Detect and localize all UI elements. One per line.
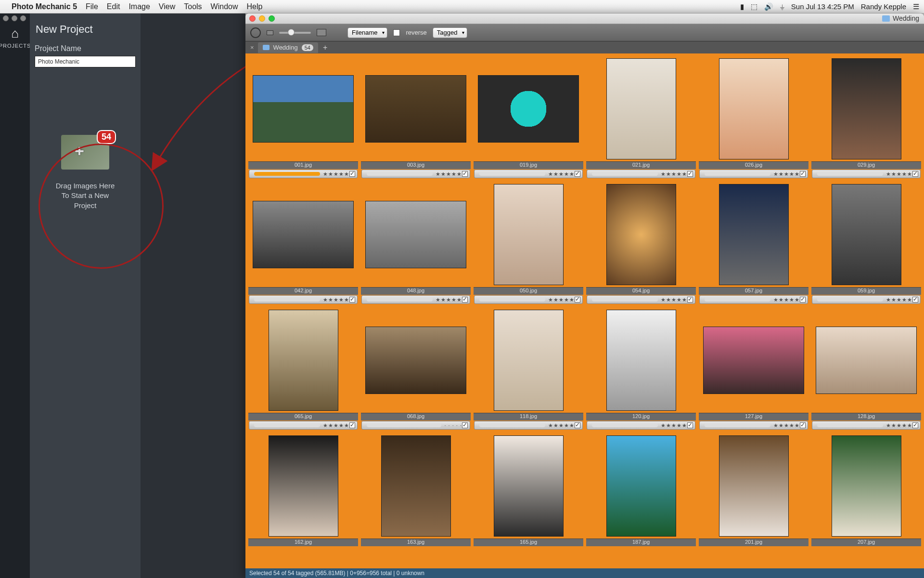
thumbnail-cell[interactable]: 029.jpg★★★★★ [811, 56, 921, 179]
rating-stars[interactable]: ★★★★★ [661, 297, 687, 303]
thumbnail-cell[interactable]: 048.jpg★★★★★ [361, 182, 471, 305]
reverse-checkbox[interactable] [393, 29, 400, 36]
thumbnail-image[interactable] [474, 308, 583, 413]
thumbnail-image[interactable] [361, 308, 471, 413]
thumbnail-cell[interactable]: 050.jpg★★★★★ [474, 182, 583, 305]
tag-checkbox[interactable] [462, 171, 468, 177]
menubar-app[interactable]: Photo Mechanic 5 [12, 2, 77, 11]
thumbnail-cell[interactable]: 003.jpg★★★★★ [361, 56, 471, 179]
tag-checkbox[interactable] [912, 171, 918, 177]
thumbnail-image[interactable] [699, 308, 808, 413]
menu-extras-icon[interactable]: ☰ [913, 2, 919, 11]
thumbnail-cell[interactable]: 201.jpg [699, 434, 808, 546]
close-icon[interactable] [249, 15, 256, 22]
menu-edit[interactable]: Edit [107, 2, 120, 11]
menubar-user[interactable]: Randy Kepple [861, 2, 906, 11]
tag-checkbox[interactable] [575, 422, 580, 428]
tab-close-icon[interactable]: × [247, 44, 257, 51]
battery-icon[interactable]: ▮ [740, 2, 744, 11]
tag-checkbox[interactable] [575, 297, 580, 302]
thumbnail-image[interactable] [474, 56, 583, 161]
thumbnail-image[interactable] [586, 56, 696, 161]
thumbnail-image[interactable] [361, 182, 471, 287]
thumbnail-cell[interactable]: 001.jpg★★★★★ [248, 56, 358, 179]
rating-stars[interactable]: ★★★★★ [773, 297, 800, 303]
thumbnail-cell[interactable]: 065.jpg★★★★★ [248, 308, 358, 431]
menu-view[interactable]: View [159, 2, 175, 11]
menu-window[interactable]: Window [211, 2, 238, 11]
menubar-clock[interactable]: Sun Jul 13 4:25 PM [791, 2, 854, 11]
tag-checkbox[interactable] [912, 297, 918, 302]
rating-stars[interactable]: ★★★★★ [886, 422, 912, 429]
rating-stars[interactable]: ★★★★★ [886, 171, 912, 177]
volume-icon[interactable]: 🔊 [764, 2, 773, 11]
tag-checkbox[interactable] [462, 422, 468, 428]
thumbnail-image[interactable] [811, 434, 921, 539]
rating-stars[interactable]: ★★★★★ [436, 171, 462, 177]
thumbnail-cell[interactable]: 127.jpg★★★★★ [699, 308, 808, 431]
thumbnail-cell[interactable]: 068.jpg· · · · · [361, 308, 471, 431]
pm-traffic-lights[interactable] [249, 15, 275, 22]
rating-stars[interactable]: ★★★★★ [323, 422, 349, 429]
thumbnail-image[interactable] [586, 434, 696, 539]
thumbnail-image[interactable] [811, 182, 921, 287]
rating-stars[interactable]: ★★★★★ [661, 171, 687, 177]
thumbnail-cell[interactable]: 162.jpg [248, 434, 358, 546]
tag-checkbox[interactable] [687, 422, 693, 428]
thumbnail-cell[interactable]: 118.jpg★★★★★ [474, 308, 583, 431]
rating-stars[interactable]: ★★★★★ [436, 297, 462, 303]
menu-tools[interactable]: Tools [184, 2, 202, 11]
dropbox-icon[interactable]: ⬚ [751, 2, 757, 11]
tag-checkbox[interactable] [687, 297, 693, 302]
thumbnail-cell[interactable]: 165.jpg [474, 434, 583, 546]
tag-checkbox[interactable] [462, 297, 468, 302]
minimize-icon[interactable] [259, 15, 265, 22]
rating-stars[interactable]: ★★★★★ [886, 297, 912, 303]
thumbnail-image[interactable] [586, 308, 696, 413]
thumb-large-icon[interactable] [317, 29, 326, 36]
thumbnail-image[interactable] [361, 56, 471, 161]
thumbnail-cell[interactable]: 207.jpg [811, 434, 921, 546]
menu-file[interactable]: File [86, 2, 98, 11]
tab-add-icon[interactable]: + [319, 43, 331, 52]
project-name-input[interactable] [35, 56, 136, 67]
thumbnail-image[interactable] [474, 434, 583, 539]
tag-checkbox[interactable] [575, 171, 580, 177]
rating-stars[interactable]: ★★★★★ [773, 422, 800, 429]
rating-stars[interactable]: ★★★★★ [773, 171, 800, 177]
home-icon[interactable]: ⌂ [11, 26, 19, 41]
rating-stars[interactable]: ★★★★★ [323, 297, 349, 303]
rating-stars[interactable]: ★★★★★ [323, 171, 349, 177]
tag-checkbox[interactable] [349, 422, 355, 428]
menu-image[interactable]: Image [128, 2, 150, 11]
thumbnail-image[interactable] [699, 182, 808, 287]
rating-stars[interactable]: ★★★★★ [548, 171, 575, 177]
tag-checkbox[interactable] [800, 422, 806, 428]
rating-stars[interactable]: ★★★★★ [548, 297, 575, 303]
thumbnail-cell[interactable]: 128.jpg★★★★★ [811, 308, 921, 431]
tag-checkbox[interactable] [800, 297, 806, 302]
thumb-size-slider[interactable] [279, 32, 311, 34]
zoom-icon[interactable] [269, 15, 275, 22]
thumbnail-cell[interactable]: 163.jpg [361, 434, 471, 546]
tab-wedding[interactable]: Wedding 54 [258, 42, 318, 53]
thumbnail-image[interactable] [248, 182, 358, 287]
gear-icon[interactable] [250, 27, 261, 38]
tag-checkbox[interactable] [800, 171, 806, 177]
thumbnail-image[interactable] [248, 434, 358, 539]
thumbnail-cell[interactable]: 026.jpg★★★★★ [699, 56, 808, 179]
thumbnail-cell[interactable]: 021.jpg★★★★★ [586, 56, 696, 179]
tag-checkbox[interactable] [912, 422, 918, 428]
tag-checkbox[interactable] [349, 171, 355, 177]
thumbnail-image[interactable] [699, 434, 808, 539]
thumbnail-image[interactable] [248, 56, 358, 161]
thumbnail-grid[interactable]: 001.jpg★★★★★003.jpg★★★★★019.jpg★★★★★021.… [245, 53, 924, 568]
thumbnail-cell[interactable]: 187.jpg [586, 434, 696, 546]
thumbnail-cell[interactable]: 042.jpg★★★★★ [248, 182, 358, 305]
filter-select[interactable]: Tagged▾ [433, 27, 468, 38]
thumbnail-cell[interactable]: 019.jpg★★★★★ [474, 56, 583, 179]
thumbnail-image[interactable] [586, 182, 696, 287]
pm-titlebar[interactable]: Wedding [245, 13, 924, 24]
tag-checkbox[interactable] [687, 171, 693, 177]
menu-help[interactable]: Help [247, 2, 263, 11]
